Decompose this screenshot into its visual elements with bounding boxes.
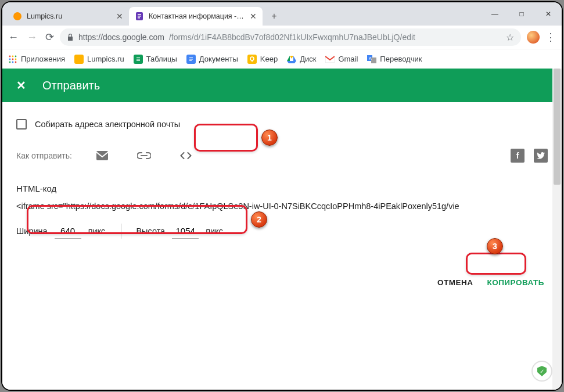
bookmark-lumpics[interactable]: Lumpics.ru	[74, 55, 124, 64]
page-scrollbar[interactable]	[552, 69, 562, 390]
svg-rect-21	[189, 59, 193, 59]
browser-toolbar: ← → ⟳ https://docs.google.com/forms/d/1i…	[2, 26, 562, 49]
dialog-header: ✕ Отправить	[2, 69, 562, 102]
lock-icon	[67, 33, 74, 41]
svg-marker-29	[287, 61, 296, 63]
bookmarks-bar: Приложения Lumpics.ru Таблицы Документы …	[2, 49, 562, 69]
reload-button[interactable]: ⟳	[45, 32, 54, 42]
bookmark-label: Документы	[199, 55, 238, 63]
width-input[interactable]	[55, 224, 81, 239]
html-code-heading: HTML-код	[16, 184, 548, 193]
lumpics-icon	[74, 55, 84, 64]
new-tab-button[interactable]: +	[266, 8, 282, 24]
bookmark-translate[interactable]: A Переводчик	[367, 55, 422, 64]
tab-title: Контактная информация - Goo…	[149, 12, 245, 20]
embed-tab-icon[interactable]	[179, 149, 193, 163]
bookmark-label: Переводчик	[380, 55, 422, 63]
width-unit: пикс.	[88, 226, 108, 236]
svg-point-9	[9, 58, 11, 60]
copy-button[interactable]: КОПИРОВАТЬ	[483, 274, 548, 292]
height-unit: пикс.	[206, 226, 225, 236]
svg-point-12	[9, 61, 11, 63]
minimize-button[interactable]: —	[482, 2, 508, 26]
svg-text:A: A	[369, 56, 372, 60]
svg-marker-27	[293, 56, 296, 61]
svg-point-14	[15, 61, 17, 63]
height-label: Высота	[136, 226, 165, 236]
bookmark-gmail[interactable]: Gmail	[325, 55, 358, 64]
back-button[interactable]: ←	[8, 32, 19, 42]
bookmark-label: Gmail	[338, 55, 358, 63]
bookmark-label: Lumpics.ru	[87, 55, 124, 63]
svg-point-10	[12, 58, 14, 60]
svg-point-11	[15, 58, 17, 60]
close-window-button[interactable]: ✕	[535, 2, 562, 26]
apps-grid-icon	[8, 55, 17, 64]
profile-avatar[interactable]	[527, 31, 540, 44]
twitter-share-button[interactable]	[534, 149, 548, 163]
browser-tab-active[interactable]: Контактная информация - Goo… ✕	[129, 7, 263, 26]
dialog-title: Отправить	[42, 79, 100, 92]
dialog-actions: ОТМЕНА КОПИРОВАТЬ	[16, 274, 548, 292]
svg-rect-17	[136, 59, 140, 59]
collect-emails-checkbox[interactable]	[16, 119, 27, 130]
bookmark-drive[interactable]: Диск	[287, 55, 316, 64]
tab-title: Lumpics.ru	[27, 12, 112, 20]
address-bar[interactable]: https://docs.google.com/forms/d/1iF4AB8b…	[60, 28, 521, 46]
svg-rect-22	[189, 60, 192, 61]
svg-rect-24	[252, 60, 253, 62]
sheets-icon	[134, 55, 143, 64]
browser-menu-icon[interactable]: ⋮	[545, 31, 556, 44]
forward-button[interactable]: →	[27, 32, 37, 42]
width-group: Ширина пикс.	[16, 224, 107, 239]
svg-marker-28	[287, 56, 290, 61]
send-method-label: Как отправить:	[16, 151, 72, 160]
iframe-code-text[interactable]: <iframe src="https://docs.google.com/for…	[16, 202, 548, 211]
height-input[interactable]	[172, 224, 199, 239]
svg-rect-18	[136, 60, 140, 61]
svg-marker-26	[290, 56, 293, 59]
scrollbar-thumb[interactable]	[554, 69, 561, 185]
width-label: Ширина	[16, 226, 48, 236]
svg-rect-4	[138, 16, 141, 17]
close-icon[interactable]: ✕	[250, 12, 257, 21]
url-path: /forms/d/1iF4AB8bcdBv7of8d02Nf1kUIxFwxqm…	[169, 33, 415, 42]
email-tab-icon[interactable]	[95, 149, 109, 163]
height-group: Высота пикс.	[136, 224, 225, 239]
bookmark-docs[interactable]: Документы	[186, 55, 238, 64]
translate-icon: A	[367, 55, 376, 64]
bookmark-apps[interactable]: Приложения	[8, 55, 65, 64]
bookmark-star-icon[interactable]: ☆	[506, 32, 514, 43]
collect-emails-row[interactable]: Собирать адреса электронной почты	[16, 113, 548, 136]
svg-point-0	[13, 12, 21, 20]
close-icon[interactable]: ✕	[116, 12, 123, 21]
keep-icon	[247, 55, 257, 64]
dimensions-row: Ширина пикс. Высота пикс.	[16, 224, 548, 239]
svg-rect-32	[371, 57, 376, 63]
bookmark-sheets[interactable]: Таблицы	[134, 55, 177, 64]
link-tab-icon[interactable]	[137, 149, 151, 163]
cancel-button[interactable]: ОТМЕНА	[434, 274, 477, 292]
svg-point-13	[12, 61, 14, 63]
forms-icon	[135, 12, 144, 21]
bookmark-label: Таблицы	[146, 55, 177, 63]
svg-point-8	[15, 55, 17, 57]
send-method-row: Как отправить: f	[16, 144, 548, 167]
url-host: https://docs.google.com	[78, 33, 164, 42]
docs-icon	[186, 55, 196, 64]
facebook-share-button[interactable]: f	[511, 149, 525, 163]
close-dialog-icon[interactable]: ✕	[16, 78, 26, 92]
dimensions-divider	[121, 224, 122, 239]
gmail-icon	[325, 55, 335, 64]
browser-tab[interactable]: Lumpics.ru ✕	[7, 7, 129, 26]
page-content: ✕ Отправить Собирать адреса электронной …	[2, 69, 562, 390]
maximize-button[interactable]: □	[508, 2, 535, 26]
svg-point-23	[250, 57, 254, 60]
browser-tabstrip: Lumpics.ru ✕ Контактная информация - Goo…	[2, 2, 562, 26]
svg-rect-16	[136, 57, 140, 58]
bookmark-keep[interactable]: Keep	[247, 55, 278, 64]
shield-icon[interactable]	[531, 361, 552, 382]
svg-rect-34	[96, 151, 108, 160]
svg-point-7	[12, 55, 14, 57]
collect-emails-label: Собирать адреса электронной почты	[35, 120, 180, 129]
